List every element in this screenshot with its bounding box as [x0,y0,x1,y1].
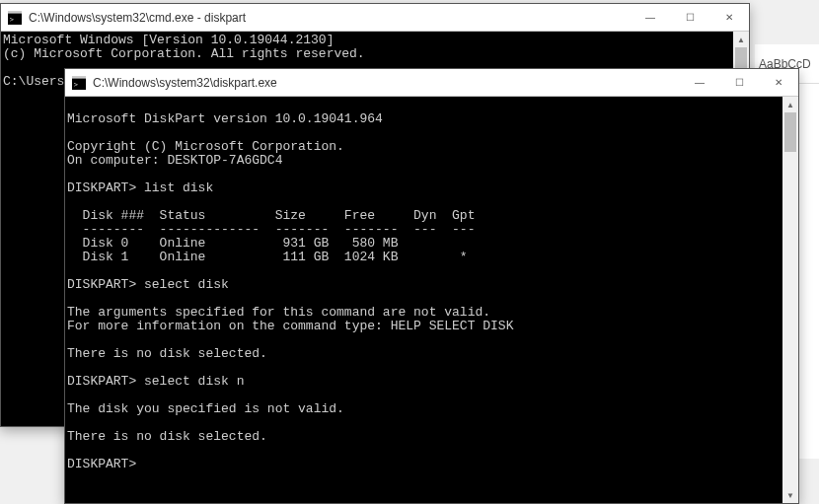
scroll-up-button[interactable]: ▲ [733,32,749,47]
word-doc-fragment [799,84,819,459]
scroll-up-button[interactable]: ▲ [782,97,798,112]
maximize-button[interactable]: ☐ [670,4,709,32]
svg-rect-1 [8,11,22,14]
diskpart-scrollbar[interactable]: ▲ ▼ [782,97,798,503]
svg-text:>: > [10,15,14,23]
scroll-thumb[interactable] [784,112,796,152]
diskpart-window: > C:\Windows\system32\diskpart.exe — ☐ ✕… [64,68,799,504]
scroll-track[interactable] [782,112,798,487]
cmd-title: C:\Windows\system32\cmd.exe - diskpart [29,11,246,25]
scroll-down-button[interactable]: ▼ [782,487,798,503]
minimize-button[interactable]: — [631,4,670,32]
cmd-titlebar[interactable]: > C:\Windows\system32\cmd.exe - diskpart… [1,4,749,32]
maximize-button[interactable]: ☐ [719,69,759,97]
svg-rect-4 [72,76,86,79]
diskpart-titlebar[interactable]: > C:\Windows\system32\diskpart.exe — ☐ ✕ [65,69,798,97]
minimize-button[interactable]: — [680,69,719,97]
cmd-icon: > [71,75,87,91]
svg-text:>: > [74,80,78,88]
diskpart-terminal[interactable]: Microsoft DiskPart version 10.0.19041.96… [65,97,798,503]
cmd-icon: > [7,10,23,26]
close-button[interactable]: ✕ [709,4,749,32]
close-button[interactable]: ✕ [759,69,798,97]
diskpart-title: C:\Windows\system32\diskpart.exe [93,76,277,90]
